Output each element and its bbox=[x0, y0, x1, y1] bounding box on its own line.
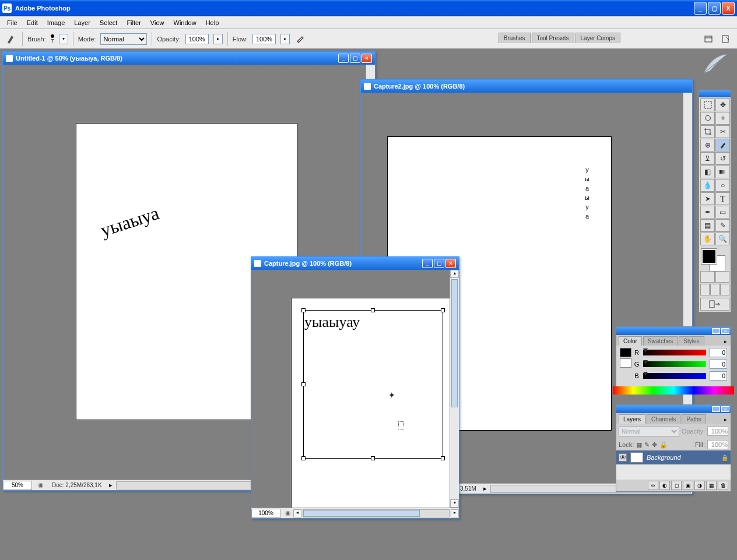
scroll-left-button[interactable]: ◂ bbox=[293, 509, 301, 517]
brush-picker-arrow[interactable]: ▾ bbox=[59, 34, 68, 44]
gradient-tool-icon[interactable] bbox=[715, 165, 730, 178]
doc-minimize-button[interactable]: _ bbox=[422, 259, 433, 268]
zoom-input[interactable] bbox=[251, 509, 280, 518]
bg-swatch[interactable] bbox=[620, 358, 631, 368]
zoom-tool-icon[interactable]: 🔍 bbox=[715, 233, 730, 245]
lasso-tool-icon[interactable] bbox=[700, 112, 715, 125]
g-input[interactable] bbox=[710, 360, 727, 369]
brush-tool-icon[interactable] bbox=[715, 139, 730, 152]
horizontal-scrollbar[interactable] bbox=[303, 509, 450, 517]
b-input[interactable] bbox=[710, 371, 727, 381]
jump-to-imageready-icon[interactable] bbox=[700, 298, 729, 311]
new-set-icon[interactable]: ▣ bbox=[683, 481, 693, 490]
info-arrow[interactable]: ▸ bbox=[481, 485, 489, 492]
adjustment-layer-icon[interactable]: ◑ bbox=[694, 481, 705, 490]
b-slider[interactable] bbox=[643, 373, 706, 379]
layer-mask-icon[interactable]: ◻ bbox=[671, 481, 682, 490]
new-layer-icon[interactable]: ▦ bbox=[706, 481, 717, 490]
panel-menu-icon[interactable]: ▸ bbox=[723, 415, 728, 424]
lock-all-icon[interactable]: 🔒 bbox=[659, 441, 668, 449]
minimize-button[interactable]: _ bbox=[694, 2, 707, 15]
pen-tool-icon[interactable]: ✒ bbox=[700, 206, 715, 219]
close-button[interactable]: X bbox=[722, 2, 735, 15]
heal-tool-icon[interactable]: ⊕ bbox=[700, 139, 715, 152]
link-layers-icon[interactable]: ∞ bbox=[648, 481, 658, 490]
doc-info-icon[interactable]: ◉ bbox=[34, 481, 47, 489]
dodge-tool-icon[interactable]: ○ bbox=[715, 179, 730, 192]
lock-transparency-icon[interactable]: ▦ bbox=[636, 441, 642, 449]
canvas[interactable]: ✦ уыаыуау bbox=[291, 298, 450, 508]
palette-toggle-icon[interactable] bbox=[720, 33, 732, 45]
doc-info-icon[interactable]: ◉ bbox=[283, 509, 293, 517]
g-slider[interactable] bbox=[643, 361, 706, 367]
palette-grip[interactable] bbox=[699, 90, 731, 97]
menu-filter[interactable]: Filter bbox=[122, 17, 145, 28]
menu-select[interactable]: Select bbox=[95, 17, 122, 28]
layer-blend-mode-select[interactable]: Normal bbox=[619, 426, 679, 436]
menu-layer[interactable]: Layer bbox=[69, 17, 95, 28]
fg-swatch[interactable] bbox=[620, 348, 631, 357]
menu-edit[interactable]: Edit bbox=[22, 17, 43, 28]
info-arrow[interactable]: ▸ bbox=[107, 481, 115, 489]
opacity-input[interactable] bbox=[185, 34, 209, 44]
marquee-tool-icon[interactable] bbox=[700, 98, 715, 111]
flow-arrow[interactable]: ▸ bbox=[280, 34, 290, 44]
screen-mode-fullmenu-button[interactable] bbox=[710, 284, 720, 295]
menu-view[interactable]: View bbox=[146, 17, 169, 28]
layer-opacity-input[interactable] bbox=[707, 427, 728, 436]
scroll-right-button[interactable]: ▸ bbox=[451, 509, 459, 517]
r-input[interactable] bbox=[710, 348, 727, 357]
notes-tool-icon[interactable]: ▤ bbox=[700, 219, 715, 232]
blend-mode-select[interactable]: Normal bbox=[100, 33, 147, 45]
type-tool-icon[interactable]: T bbox=[715, 192, 730, 205]
lock-position-icon[interactable]: ✥ bbox=[652, 441, 657, 449]
panel-close-button[interactable]: × bbox=[721, 406, 729, 412]
menu-image[interactable]: Image bbox=[43, 17, 70, 28]
lock-paint-icon[interactable]: ✎ bbox=[644, 441, 650, 449]
eraser-tool-icon[interactable]: ◧ bbox=[700, 165, 715, 178]
layer-row-background[interactable]: 👁 Background 🔒 bbox=[616, 450, 731, 464]
panel-minimize-button[interactable]: _ bbox=[712, 328, 720, 334]
eyedropper-tool-icon[interactable]: ✎ bbox=[715, 219, 730, 232]
tool-preset-picker[interactable] bbox=[5, 33, 17, 45]
tab-styles[interactable]: Styles bbox=[679, 336, 704, 346]
dock-tab-tool-presets[interactable]: Tool Presets bbox=[532, 33, 574, 43]
fill-input[interactable] bbox=[707, 440, 728, 449]
color-panel[interactable]: _ × Color Swatches Styles ▸ R G bbox=[616, 326, 731, 393]
doc-close-button[interactable]: × bbox=[445, 259, 456, 268]
screen-mode-standard-button[interactable] bbox=[700, 284, 710, 295]
slice-tool-icon[interactable]: ✂ bbox=[715, 125, 730, 138]
panel-menu-icon[interactable]: ▸ bbox=[723, 337, 728, 346]
hand-tool-icon[interactable]: ✋ bbox=[700, 233, 715, 245]
crop-tool-icon[interactable] bbox=[700, 125, 715, 138]
stamp-tool-icon[interactable]: ⊻ bbox=[700, 152, 715, 165]
color-ramp[interactable] bbox=[613, 386, 734, 395]
visibility-toggle-icon[interactable]: 👁 bbox=[619, 453, 627, 462]
layer-name[interactable]: Background bbox=[647, 454, 718, 461]
tab-swatches[interactable]: Swatches bbox=[643, 336, 678, 346]
foreground-color-swatch[interactable] bbox=[701, 249, 717, 264]
airbrush-icon[interactable] bbox=[294, 33, 307, 45]
tools-palette[interactable]: ✥ ✧ ✂ ⊕ ⊻ ↺ ◧ 💧 ○ ➤ T ✒ ▭ ▤ ✎ ✋ 🔍 bbox=[699, 90, 731, 312]
path-select-tool-icon[interactable]: ➤ bbox=[700, 192, 715, 205]
tab-channels[interactable]: Channels bbox=[647, 414, 680, 424]
transform-bounding-box[interactable]: ✦ bbox=[303, 310, 443, 459]
delete-layer-icon[interactable]: 🗑 bbox=[718, 481, 728, 490]
dock-tab-layer-comps[interactable]: Layer Comps bbox=[575, 33, 620, 43]
flow-input[interactable] bbox=[252, 34, 276, 44]
panel-minimize-button[interactable]: _ bbox=[712, 406, 720, 412]
layer-list[interactable]: 👁 Background 🔒 bbox=[616, 450, 731, 480]
blur-tool-icon[interactable]: 💧 bbox=[700, 179, 715, 192]
panel-close-button[interactable]: × bbox=[721, 328, 729, 334]
layer-style-icon[interactable]: ◐ bbox=[659, 481, 670, 490]
document-window-capture[interactable]: Capture.jpg @ 100% (RGB/8) _ ▢ × ✦ bbox=[251, 256, 459, 519]
screen-mode-full-button[interactable] bbox=[720, 284, 729, 295]
color-swatches[interactable] bbox=[700, 248, 729, 270]
doc-maximize-button[interactable]: ▢ bbox=[434, 259, 444, 268]
history-brush-tool-icon[interactable]: ↺ bbox=[715, 152, 730, 165]
wand-tool-icon[interactable]: ✧ bbox=[715, 112, 730, 125]
opacity-arrow[interactable]: ▸ bbox=[213, 34, 223, 44]
dock-tab-brushes[interactable]: Brushes bbox=[499, 33, 531, 43]
quickmask-mode-button[interactable] bbox=[715, 271, 730, 283]
doc-maximize-button[interactable]: ▢ bbox=[350, 54, 360, 63]
